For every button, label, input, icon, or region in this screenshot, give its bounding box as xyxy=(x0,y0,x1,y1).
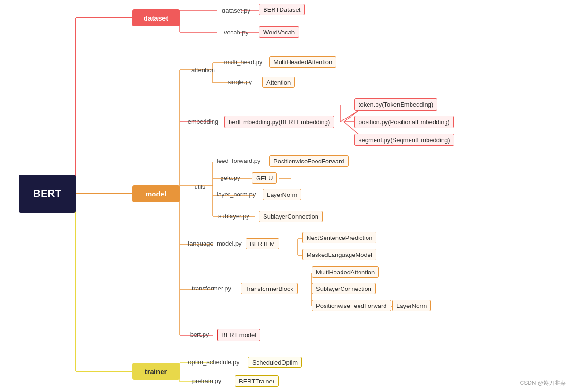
layernorm-box-utils: LayerNorm xyxy=(263,189,301,200)
bertlm-box: BERTLM xyxy=(246,238,279,249)
model-node: model xyxy=(132,185,180,202)
multi-head-py-label: multi_head.py xyxy=(222,57,265,67)
multiheadedattention-box-transformer: MultiHeadedAttention xyxy=(312,266,379,278)
next-sentence-prediction-box: NextSentencePrediction xyxy=(302,232,376,243)
embedding-label: embedding xyxy=(187,117,220,126)
bert-node: BERT xyxy=(19,175,76,213)
bert-label: BERT xyxy=(33,187,61,200)
token-embedding-box: token.py(TokenEmbedding) xyxy=(354,98,437,111)
trainer-label: trainer xyxy=(145,367,167,375)
language-model-py-label: language_model.py xyxy=(187,239,243,248)
attention-box: Attention xyxy=(262,77,295,88)
transformer-py-label: transformer.py xyxy=(187,283,236,293)
utils-label: utils xyxy=(188,182,212,191)
transformer-block-box: TransformerBlock xyxy=(241,283,298,294)
dataset-py-label: dataset.py xyxy=(217,5,255,16)
layernorm-box-transformer: LayerNorm xyxy=(392,300,431,311)
model-label: model xyxy=(145,190,166,198)
positionwise-ff-box-utils: PositionwiseFeedForward xyxy=(269,155,349,167)
gelu-py-label: gelu.py xyxy=(215,173,246,182)
gelu-box: GELU xyxy=(252,172,277,184)
multiheadedattention-box-attention: MultiHeadedAttention xyxy=(269,56,336,68)
scheduled-optim-box: ScheduledOptim xyxy=(248,357,302,368)
trainer-node: trainer xyxy=(132,363,180,380)
vocab-py-label: vocab.py xyxy=(217,26,255,38)
pretrain-py-label: pretrain.py xyxy=(184,376,229,385)
optim-schedule-py-label: optim_schedule.py xyxy=(184,357,243,366)
layer-norm-py-label: layer_norm.py xyxy=(215,189,257,199)
bert-py-label: bert.py xyxy=(187,330,213,339)
segment-embedding-box: segment.py(SeqmentEmbedding) xyxy=(354,134,454,146)
wordvocab-box: WordVocab xyxy=(259,26,299,38)
sublayer-py-label: sublayer.py xyxy=(215,211,253,221)
single-py-label: single.py xyxy=(222,77,257,86)
watermark: CSDN @馋刀韭菜 xyxy=(520,379,566,387)
diagram-container: BERT dataset model trainer dataset.py BE… xyxy=(0,0,573,392)
dataset-label: dataset xyxy=(144,14,169,22)
masked-language-model-box: MaskedLanguageModel xyxy=(302,249,376,260)
bertdataset-box: BERTDataset xyxy=(259,4,305,15)
attention-label: attention xyxy=(187,65,220,75)
bert-trainer-box: BERTTrainer xyxy=(235,375,279,387)
positionwise-ff-box-transformer: PositionwiseFeedForward xyxy=(312,300,391,311)
dataset-node: dataset xyxy=(132,9,180,26)
sublayer-connection-box-utils: SublayerConnection xyxy=(259,211,323,222)
positional-embedding-box: position.py(PositionalEmbedding) xyxy=(354,116,454,128)
bert-model-box: BERT model xyxy=(217,329,260,341)
bert-embedding-box: bertEmbedding.py(BERTEmbedding) xyxy=(224,116,334,128)
sublayer-connection-box-transformer: SublayerConnection xyxy=(312,283,376,294)
feed-forward-py-label: feed_forward.py xyxy=(215,156,262,165)
